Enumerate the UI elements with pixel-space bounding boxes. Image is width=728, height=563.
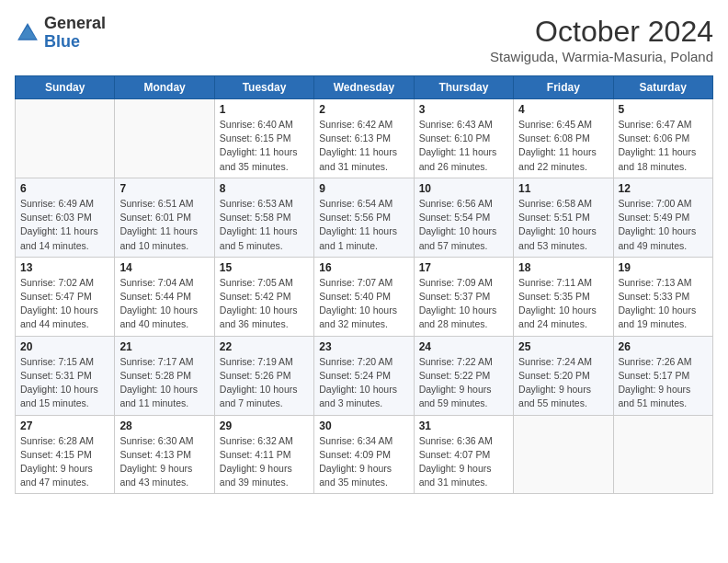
calendar-cell: 30Sunrise: 6:34 AMSunset: 4:09 PMDayligh…: [314, 415, 414, 494]
day-detail: Sunrise: 7:13 AMSunset: 5:33 PMDaylight:…: [619, 276, 708, 332]
day-detail: Sunrise: 6:28 AMSunset: 4:15 PMDaylight:…: [20, 434, 109, 490]
calendar-cell: 20Sunrise: 7:15 AMSunset: 5:31 PMDayligh…: [16, 336, 115, 415]
calendar-cell: 29Sunrise: 6:32 AMSunset: 4:11 PMDayligh…: [214, 415, 313, 494]
day-number: 7: [119, 182, 209, 195]
day-detail: Sunrise: 7:02 AMSunset: 5:47 PMDaylight:…: [20, 276, 109, 332]
day-number: 12: [619, 182, 708, 195]
day-detail: Sunrise: 6:34 AMSunset: 4:09 PMDaylight:…: [319, 434, 408, 490]
calendar-header-monday: Monday: [115, 76, 214, 99]
calendar-table: SundayMondayTuesdayWednesdayThursdayFrid…: [15, 75, 713, 494]
day-number: 30: [319, 419, 408, 432]
day-number: 5: [619, 103, 708, 116]
calendar-cell: 8Sunrise: 6:53 AMSunset: 5:58 PMDaylight…: [214, 178, 313, 257]
day-detail: Sunrise: 6:49 AMSunset: 6:03 PMDaylight:…: [20, 197, 109, 253]
day-detail: Sunrise: 7:24 AMSunset: 5:20 PMDaylight:…: [518, 355, 608, 411]
calendar-cell: 25Sunrise: 7:24 AMSunset: 5:20 PMDayligh…: [514, 336, 613, 415]
calendar-cell: 17Sunrise: 7:09 AMSunset: 5:37 PMDayligh…: [414, 257, 513, 336]
day-number: 19: [619, 261, 708, 274]
title-block: October 2024 Stawiguda, Warmia-Masuria, …: [490, 15, 713, 64]
day-number: 23: [319, 340, 408, 353]
day-number: 3: [419, 103, 508, 116]
calendar-week-5: 27Sunrise: 6:28 AMSunset: 4:15 PMDayligh…: [16, 415, 713, 494]
day-number: 10: [419, 182, 508, 195]
calendar-cell: 22Sunrise: 7:19 AMSunset: 5:26 PMDayligh…: [214, 336, 313, 415]
day-detail: Sunrise: 6:58 AMSunset: 5:51 PMDaylight:…: [518, 197, 608, 253]
calendar-cell: 1Sunrise: 6:40 AMSunset: 6:15 PMDaylight…: [214, 99, 313, 178]
calendar-week-2: 6Sunrise: 6:49 AMSunset: 6:03 PMDaylight…: [16, 178, 713, 257]
day-detail: Sunrise: 7:20 AMSunset: 5:24 PMDaylight:…: [319, 355, 408, 411]
day-number: 4: [518, 103, 608, 116]
day-number: 1: [220, 103, 309, 116]
day-detail: Sunrise: 7:22 AMSunset: 5:22 PMDaylight:…: [419, 355, 508, 411]
day-detail: Sunrise: 7:26 AMSunset: 5:17 PMDaylight:…: [619, 355, 708, 411]
day-number: 24: [419, 340, 508, 353]
calendar-header-friday: Friday: [514, 76, 613, 99]
calendar-cell: 21Sunrise: 7:17 AMSunset: 5:28 PMDayligh…: [115, 336, 214, 415]
calendar-header-tuesday: Tuesday: [214, 76, 313, 99]
logo-blue-text: Blue: [44, 32, 80, 51]
logo-icon: [15, 20, 40, 46]
calendar-cell: 7Sunrise: 6:51 AMSunset: 6:01 PMDaylight…: [115, 178, 214, 257]
day-detail: Sunrise: 6:36 AMSunset: 4:07 PMDaylight:…: [419, 434, 508, 490]
calendar-cell: 27Sunrise: 6:28 AMSunset: 4:15 PMDayligh…: [16, 415, 115, 494]
day-number: 18: [518, 261, 608, 274]
day-detail: Sunrise: 7:19 AMSunset: 5:26 PMDaylight:…: [220, 355, 309, 411]
location-title: Stawiguda, Warmia-Masuria, Poland: [490, 49, 713, 64]
day-number: 2: [319, 103, 408, 116]
calendar-cell: 26Sunrise: 7:26 AMSunset: 5:17 PMDayligh…: [613, 336, 712, 415]
day-detail: Sunrise: 6:45 AMSunset: 6:08 PMDaylight:…: [518, 118, 608, 174]
day-number: 8: [220, 182, 309, 195]
page-header: General Blue October 2024 Stawiguda, War…: [15, 15, 713, 64]
calendar-cell: 23Sunrise: 7:20 AMSunset: 5:24 PMDayligh…: [314, 336, 414, 415]
calendar-week-4: 20Sunrise: 7:15 AMSunset: 5:31 PMDayligh…: [16, 336, 713, 415]
calendar-cell: 10Sunrise: 6:56 AMSunset: 5:54 PMDayligh…: [414, 178, 513, 257]
day-number: 11: [518, 182, 608, 195]
day-detail: Sunrise: 6:54 AMSunset: 5:56 PMDaylight:…: [319, 197, 408, 253]
day-detail: Sunrise: 7:07 AMSunset: 5:40 PMDaylight:…: [319, 276, 408, 332]
day-number: 13: [20, 261, 109, 274]
day-number: 14: [119, 261, 209, 274]
calendar-cell: 24Sunrise: 7:22 AMSunset: 5:22 PMDayligh…: [414, 336, 513, 415]
day-detail: Sunrise: 7:05 AMSunset: 5:42 PMDaylight:…: [220, 276, 309, 332]
day-number: 27: [20, 419, 109, 432]
day-detail: Sunrise: 6:32 AMSunset: 4:11 PMDaylight:…: [220, 434, 309, 490]
day-number: 21: [119, 340, 209, 353]
calendar-cell: [613, 415, 712, 494]
calendar-cell: 19Sunrise: 7:13 AMSunset: 5:33 PMDayligh…: [613, 257, 712, 336]
day-number: 31: [419, 419, 508, 432]
calendar-cell: 31Sunrise: 6:36 AMSunset: 4:07 PMDayligh…: [414, 415, 513, 494]
day-number: 25: [518, 340, 608, 353]
calendar-cell: [16, 99, 115, 178]
calendar-cell: [514, 415, 613, 494]
calendar-header-thursday: Thursday: [414, 76, 513, 99]
calendar-cell: 13Sunrise: 7:02 AMSunset: 5:47 PMDayligh…: [16, 257, 115, 336]
calendar-cell: 6Sunrise: 6:49 AMSunset: 6:03 PMDaylight…: [16, 178, 115, 257]
calendar-cell: 12Sunrise: 7:00 AMSunset: 5:49 PMDayligh…: [613, 178, 712, 257]
day-detail: Sunrise: 7:15 AMSunset: 5:31 PMDaylight:…: [20, 355, 109, 411]
day-detail: Sunrise: 7:04 AMSunset: 5:44 PMDaylight:…: [119, 276, 209, 332]
day-detail: Sunrise: 7:09 AMSunset: 5:37 PMDaylight:…: [419, 276, 508, 332]
calendar-cell: 28Sunrise: 6:30 AMSunset: 4:13 PMDayligh…: [115, 415, 214, 494]
calendar-cell: 18Sunrise: 7:11 AMSunset: 5:35 PMDayligh…: [514, 257, 613, 336]
calendar-header-wednesday: Wednesday: [314, 76, 414, 99]
calendar-header-saturday: Saturday: [613, 76, 712, 99]
day-number: 22: [220, 340, 309, 353]
calendar-week-1: 1Sunrise: 6:40 AMSunset: 6:15 PMDaylight…: [16, 99, 713, 178]
day-detail: Sunrise: 6:51 AMSunset: 6:01 PMDaylight:…: [119, 197, 209, 253]
day-number: 17: [419, 261, 508, 274]
logo-general-text: General: [44, 14, 106, 32]
day-detail: Sunrise: 6:30 AMSunset: 4:13 PMDaylight:…: [119, 434, 209, 490]
calendar-cell: 9Sunrise: 6:54 AMSunset: 5:56 PMDaylight…: [314, 178, 414, 257]
day-detail: Sunrise: 6:40 AMSunset: 6:15 PMDaylight:…: [220, 118, 309, 174]
calendar-cell: 5Sunrise: 6:47 AMSunset: 6:06 PMDaylight…: [613, 99, 712, 178]
day-number: 28: [119, 419, 209, 432]
day-detail: Sunrise: 6:43 AMSunset: 6:10 PMDaylight:…: [419, 118, 508, 174]
day-number: 26: [619, 340, 708, 353]
calendar-cell: 14Sunrise: 7:04 AMSunset: 5:44 PMDayligh…: [115, 257, 214, 336]
calendar-cell: 15Sunrise: 7:05 AMSunset: 5:42 PMDayligh…: [214, 257, 313, 336]
calendar-cell: 4Sunrise: 6:45 AMSunset: 6:08 PMDaylight…: [514, 99, 613, 178]
calendar-cell: 2Sunrise: 6:42 AMSunset: 6:13 PMDaylight…: [314, 99, 414, 178]
calendar-cell: 16Sunrise: 7:07 AMSunset: 5:40 PMDayligh…: [314, 257, 414, 336]
day-number: 16: [319, 261, 408, 274]
day-number: 15: [220, 261, 309, 274]
